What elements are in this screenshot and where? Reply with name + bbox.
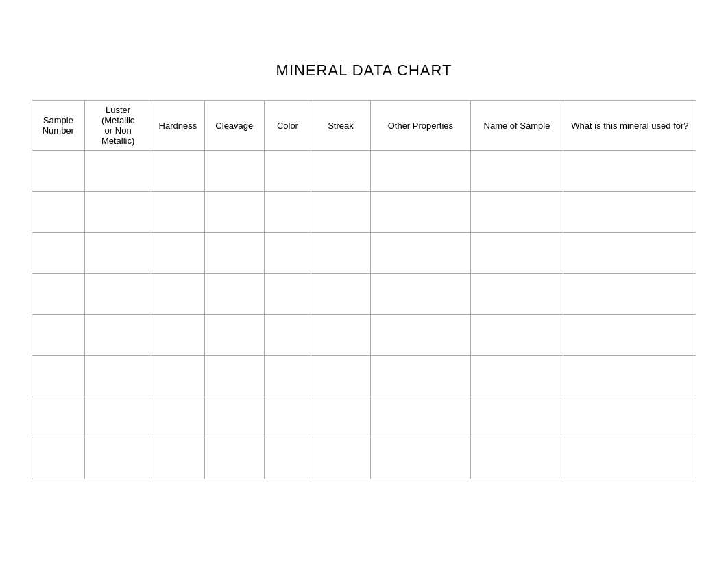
header-streak: Streak xyxy=(311,101,370,151)
cell-color xyxy=(264,233,311,274)
cell-what-used-for xyxy=(563,438,696,479)
cell-hardness xyxy=(151,438,205,479)
cell-luster xyxy=(85,151,151,192)
cell-sample-number xyxy=(32,192,85,233)
table-row xyxy=(32,151,696,192)
cell-streak xyxy=(311,315,370,356)
cell-other-properties xyxy=(371,192,470,233)
cell-sample-number xyxy=(32,233,85,274)
cell-other-properties xyxy=(371,233,470,274)
table-row xyxy=(32,397,696,438)
header-other-properties: Other Properties xyxy=(371,101,470,151)
cell-color xyxy=(264,356,311,397)
cell-hardness xyxy=(151,397,205,438)
header-color: Color xyxy=(264,101,311,151)
cell-color xyxy=(264,397,311,438)
page-container: MINERAL DATA CHART SampleNumber Luster(M… xyxy=(0,0,728,563)
cell-hardness xyxy=(151,315,205,356)
cell-streak xyxy=(311,192,370,233)
cell-name-of-sample xyxy=(470,274,563,315)
cell-cleavage xyxy=(204,192,264,233)
cell-luster xyxy=(85,233,151,274)
cell-sample-number xyxy=(32,397,85,438)
cell-luster xyxy=(85,438,151,479)
cell-what-used-for xyxy=(563,397,696,438)
cell-what-used-for xyxy=(563,356,696,397)
cell-streak xyxy=(311,356,370,397)
cell-sample-number xyxy=(32,274,85,315)
table-row xyxy=(32,315,696,356)
cell-name-of-sample xyxy=(470,397,563,438)
cell-cleavage xyxy=(204,438,264,479)
cell-hardness xyxy=(151,233,205,274)
cell-sample-number xyxy=(32,315,85,356)
header-cleavage: Cleavage xyxy=(204,101,264,151)
cell-hardness xyxy=(151,356,205,397)
table-row xyxy=(32,233,696,274)
cell-luster xyxy=(85,397,151,438)
header-name-of-sample: Name of Sample xyxy=(470,101,563,151)
table-row xyxy=(32,274,696,315)
table-row xyxy=(32,438,696,479)
cell-sample-number xyxy=(32,438,85,479)
cell-what-used-for xyxy=(563,274,696,315)
cell-hardness xyxy=(151,192,205,233)
cell-name-of-sample xyxy=(470,151,563,192)
cell-what-used-for xyxy=(563,233,696,274)
cell-name-of-sample xyxy=(470,233,563,274)
cell-streak xyxy=(311,397,370,438)
cell-cleavage xyxy=(204,397,264,438)
cell-name-of-sample xyxy=(470,356,563,397)
cell-hardness xyxy=(151,151,205,192)
cell-streak xyxy=(311,274,370,315)
cell-color xyxy=(264,274,311,315)
table-row xyxy=(32,356,696,397)
chart-title: MINERAL DATA CHART xyxy=(14,62,714,79)
cell-what-used-for xyxy=(563,192,696,233)
cell-other-properties xyxy=(371,397,470,438)
cell-color xyxy=(264,151,311,192)
cell-sample-number xyxy=(32,356,85,397)
cell-streak xyxy=(311,233,370,274)
cell-cleavage xyxy=(204,356,264,397)
cell-what-used-for xyxy=(563,151,696,192)
cell-color xyxy=(264,315,311,356)
header-luster: Luster(Metallicor NonMetallic) xyxy=(85,101,151,151)
cell-sample-number xyxy=(32,151,85,192)
cell-what-used-for xyxy=(563,315,696,356)
cell-luster xyxy=(85,274,151,315)
cell-luster xyxy=(85,192,151,233)
cell-luster xyxy=(85,315,151,356)
cell-other-properties xyxy=(371,315,470,356)
cell-name-of-sample xyxy=(470,438,563,479)
header-hardness: Hardness xyxy=(151,101,205,151)
mineral-data-table: SampleNumber Luster(Metallicor NonMetall… xyxy=(32,100,697,479)
cell-cleavage xyxy=(204,151,264,192)
cell-other-properties xyxy=(371,438,470,479)
cell-luster xyxy=(85,356,151,397)
cell-hardness xyxy=(151,274,205,315)
cell-cleavage xyxy=(204,315,264,356)
cell-name-of-sample xyxy=(470,315,563,356)
cell-streak xyxy=(311,438,370,479)
table-header-row: SampleNumber Luster(Metallicor NonMetall… xyxy=(32,101,696,151)
cell-color xyxy=(264,192,311,233)
table-row xyxy=(32,192,696,233)
header-what-used-for: What is this mineral used for? xyxy=(563,101,696,151)
cell-color xyxy=(264,438,311,479)
cell-streak xyxy=(311,151,370,192)
cell-name-of-sample xyxy=(470,192,563,233)
cell-cleavage xyxy=(204,233,264,274)
cell-cleavage xyxy=(204,274,264,315)
cell-other-properties xyxy=(371,356,470,397)
cell-other-properties xyxy=(371,151,470,192)
cell-other-properties xyxy=(371,274,470,315)
header-sample-number: SampleNumber xyxy=(32,101,85,151)
